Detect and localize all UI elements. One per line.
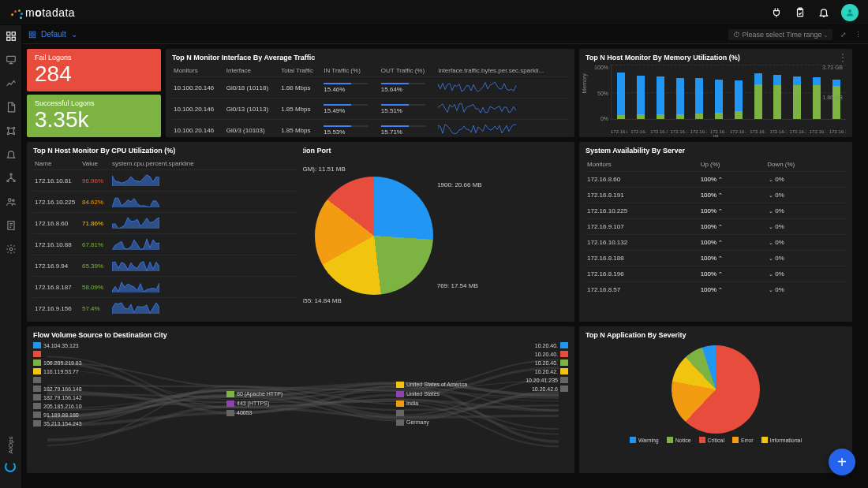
sankey-node[interactable]: 34.104.35.123 xyxy=(33,342,120,348)
sankey-node[interactable]: United States xyxy=(396,391,499,397)
sankey-node[interactable]: 10.20.40. xyxy=(517,359,568,366)
fab-add-button[interactable]: + xyxy=(829,449,855,475)
table-row[interactable]: 10.100.20.146Gi0/18 (10118)1.86 Mbps 15.… xyxy=(172,77,568,99)
table-row[interactable]: 172.16.10.132100%⌃⌄ 0% xyxy=(586,235,846,251)
svg-point-14 xyxy=(8,199,11,202)
svg-point-17 xyxy=(9,248,13,251)
sankey-node[interactable]: 10.20.42. xyxy=(517,368,568,374)
sidenav: AIOps xyxy=(0,25,22,488)
nav-report-icon[interactable] xyxy=(5,219,17,232)
sankey-node[interactable]: 91.189.88.180 xyxy=(33,412,120,418)
sankey-node[interactable]: 10.20.42.6 xyxy=(517,386,568,392)
panel-cpu-utilization: Top N Host Monitor By CPU Utilization (%… xyxy=(27,142,303,322)
logo-icon xyxy=(9,6,24,20)
sankey-node[interactable]: 10.20.41.235 xyxy=(517,377,568,383)
table-row[interactable]: 172.16.8.188100%⌃⌄ 0% xyxy=(586,251,846,266)
table-row[interactable]: 172.16.10.8196.96% xyxy=(33,170,297,192)
svg-point-9 xyxy=(7,132,9,134)
plug-icon[interactable] xyxy=(770,6,783,19)
sankey-node[interactable]: 182.79.156.142 xyxy=(33,394,120,400)
panel-more-icon[interactable]: ⋮ xyxy=(838,52,847,63)
sankey-node[interactable]: 443 (HTTPS) xyxy=(226,400,305,407)
table-row[interactable]: 172.16.9.9465.39% xyxy=(33,255,297,277)
table-row[interactable]: 172.16.10.225100%⌃⌄ 0% xyxy=(586,203,846,219)
sankey-node[interactable]: 10.20.40. xyxy=(517,342,568,348)
cpu-table: NameValuesystem.cpu.percent.sparkline 17… xyxy=(33,158,297,314)
nav-document-icon[interactable] xyxy=(5,101,17,114)
sankey-node[interactable]: 40053 xyxy=(226,410,305,416)
nav-alert-icon[interactable] xyxy=(5,148,17,161)
sankey-node[interactable] xyxy=(396,410,499,416)
table-row[interactable]: 172.16.8.6071.86% xyxy=(33,213,297,234)
svg-rect-19 xyxy=(33,32,36,34)
sankey-node[interactable]: 106.205.219.83 xyxy=(33,359,120,366)
panel-flow-volume: Flow Volume Source to Destination City 3… xyxy=(27,326,574,473)
panel-memory-utilization: ⋮ Top N Host Monitor By Memory Utilizati… xyxy=(579,49,852,137)
pie-severity xyxy=(672,345,760,434)
svg-rect-5 xyxy=(12,37,15,40)
time-range-selector[interactable]: ⏱ Please select Time range ⌄ xyxy=(728,29,832,40)
kpi-successful-logons: Successful Logons 3.35k xyxy=(27,95,161,137)
sankey-node[interactable] xyxy=(33,377,120,383)
sankey-node[interactable]: 10.20.40. xyxy=(517,351,568,357)
svg-point-1 xyxy=(848,9,851,13)
table-row[interactable]: 172.16.10.8867.81% xyxy=(33,234,297,255)
kpi-fail-logons: Fail Logons 284 xyxy=(27,49,161,91)
more-icon[interactable]: ⋮ xyxy=(855,31,862,39)
spinner-icon xyxy=(5,461,16,472)
nav-monitor-icon[interactable] xyxy=(5,54,17,66)
legend-item: Warning xyxy=(630,437,659,443)
sankey-node[interactable] xyxy=(33,351,120,357)
svg-point-11 xyxy=(9,173,11,175)
nav-users-icon[interactable] xyxy=(5,196,17,208)
nav-metrics-icon[interactable] xyxy=(5,77,17,90)
table-row[interactable]: 172.16.10.22584.62% xyxy=(33,192,297,213)
legend-item: Notice xyxy=(667,437,691,443)
legend-item: Informational xyxy=(761,437,802,443)
kpi-column: Fail Logons 284 Successful Logons 3.35k xyxy=(27,49,161,137)
avatar[interactable] xyxy=(841,4,859,21)
svg-rect-4 xyxy=(6,37,9,40)
dashboard-selector[interactable]: Default ⌄ xyxy=(28,30,77,39)
svg-point-13 xyxy=(13,180,14,181)
svg-point-8 xyxy=(13,127,14,129)
sankey-node[interactable]: 35.213.154.243 xyxy=(33,420,120,427)
brand-name: motadata xyxy=(25,6,75,19)
sankey-node[interactable]: 205.185.216.10 xyxy=(33,403,120,409)
table-row[interactable]: 172.16.9.107100%⌃⌄ 0% xyxy=(586,219,846,235)
sankey-node[interactable]: 182.79.166.148 xyxy=(33,386,120,392)
svg-rect-3 xyxy=(12,32,15,35)
aiops-label: AIOps xyxy=(7,436,14,453)
table-row[interactable]: 10.100.20.146Gi0/3 (10103)1.85 Mbps 15.5… xyxy=(172,120,568,138)
table-row[interactable]: 172.16.8.191100%⌃⌄ 0% xyxy=(586,188,846,203)
nav-settings-icon[interactable] xyxy=(5,243,17,255)
nav-topology-icon[interactable] xyxy=(5,125,17,137)
svg-point-10 xyxy=(13,132,14,134)
bell-icon[interactable] xyxy=(817,6,830,19)
sankey-chart: 34.104.35.123106.205.219.83116.119.53.77… xyxy=(33,342,568,464)
table-row[interactable]: 172.16.8.57100%⌃⌄ 0% xyxy=(586,282,846,298)
panel-availability: System Availability By Server MonitorsUp… xyxy=(579,142,852,322)
subbar: Default ⌄ ⏱ Please select Time range ⌄ ⤢… xyxy=(22,25,868,44)
sankey-node[interactable]: United States of America xyxy=(396,382,499,388)
svg-rect-6 xyxy=(6,56,15,61)
table-row[interactable]: 172.16.9.15657.4% xyxy=(33,298,297,315)
table-row[interactable]: 172.16.8.196100%⌃⌄ 0% xyxy=(586,266,846,282)
grid-icon xyxy=(28,31,36,39)
sankey-node[interactable]: India xyxy=(396,400,499,407)
clipboard-icon[interactable] xyxy=(794,6,806,19)
table-row[interactable]: 10.100.20.146Gi0/13 (10113)1.85 Mbps 15.… xyxy=(172,99,568,120)
table-row[interactable]: 172.16.8.60100%⌃⌄ 0% xyxy=(586,172,846,188)
table-row[interactable]: 172.16.8.18758.09% xyxy=(33,277,297,298)
sankey-node[interactable]: 80 (Apache HTTP) xyxy=(226,391,305,397)
traffic-table: MonitorsInterfaceTotal TrafficIN Traffic… xyxy=(172,65,568,137)
topbar: motadata xyxy=(0,0,868,25)
nav-tree-icon[interactable] xyxy=(5,172,17,184)
memory-y-axis: 100%50%0% xyxy=(586,65,611,129)
sankey-node[interactable]: Germany xyxy=(396,419,499,426)
nav-dashboard-icon[interactable] xyxy=(5,30,17,43)
svg-point-15 xyxy=(12,199,13,201)
legend-item: Critical xyxy=(699,437,724,443)
sankey-node[interactable]: 116.119.53.77 xyxy=(33,368,120,374)
expand-icon[interactable]: ⤢ xyxy=(840,31,847,39)
